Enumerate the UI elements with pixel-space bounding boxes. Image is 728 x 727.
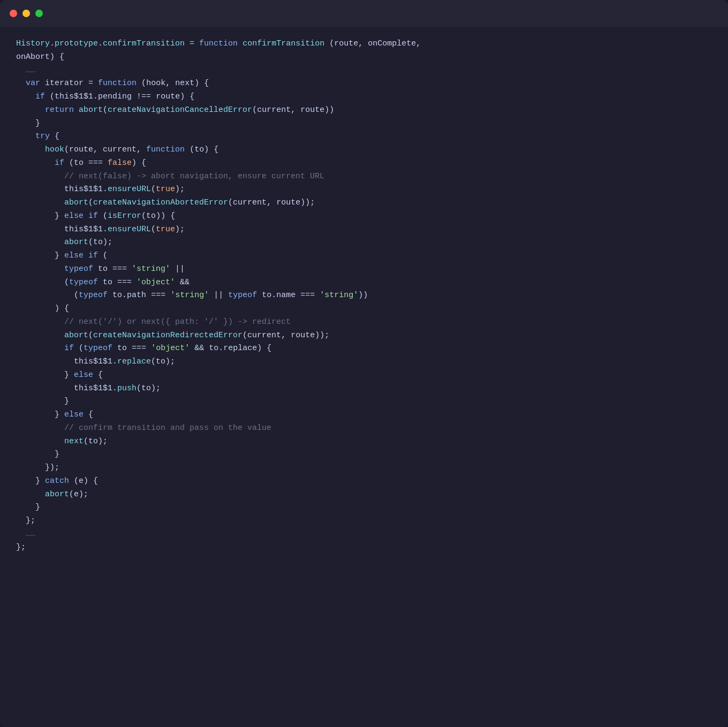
minimize-button[interactable] <box>22 10 30 17</box>
close-button[interactable] <box>10 10 17 17</box>
editor-window: History.prototype.confirmTransition = fu… <box>0 0 728 727</box>
maximize-button[interactable] <box>35 10 43 17</box>
code-editor[interactable]: History.prototype.confirmTransition = fu… <box>0 27 728 575</box>
title-bar <box>0 0 728 27</box>
